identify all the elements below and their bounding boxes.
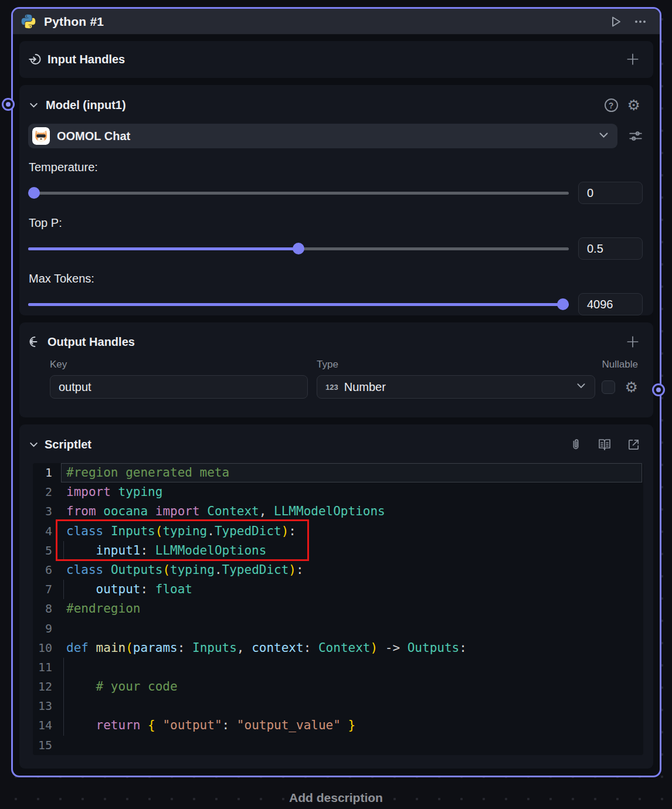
model-help-button[interactable]: ?	[603, 97, 619, 113]
output-type-label: Number	[344, 380, 570, 394]
line-number: 10	[33, 638, 61, 658]
code-editor[interactable]: 1#region generated meta2import typing3fr…	[33, 463, 643, 755]
param-label: Top P:	[29, 216, 643, 230]
line-number: 9	[33, 619, 61, 638]
python-node-card[interactable]: Python #1	[11, 7, 661, 777]
node-output-port[interactable]	[654, 385, 663, 395]
param-value-box[interactable]: 4096	[578, 293, 643, 315]
line-number: 11	[33, 658, 61, 677]
code-line[interactable]: 13	[33, 696, 643, 716]
node-input-port[interactable]	[4, 100, 13, 109]
code-line[interactable]: 9	[33, 619, 643, 638]
code-line[interactable]: 3from oocana import Context, LLMModelOpt…	[33, 502, 643, 521]
model-section: Model (input1) ? ⚙	[19, 85, 653, 315]
param-value-box[interactable]: 0.5	[578, 237, 643, 260]
param-slider[interactable]	[28, 298, 569, 310]
more-options-button[interactable]	[632, 13, 649, 30]
line-number: 1	[33, 463, 61, 482]
model-settings-button[interactable]: ⚙	[626, 97, 642, 114]
code-lines: 1#region generated meta2import typing3fr…	[33, 463, 643, 755]
nullable-checkbox[interactable]	[602, 380, 615, 394]
paperclip-icon	[569, 438, 582, 451]
flow-canvas[interactable]: Python #1	[0, 0, 672, 809]
plus-icon	[625, 334, 640, 349]
output-key-input[interactable]	[50, 375, 308, 399]
indent-guide	[63, 716, 64, 735]
code-line[interactable]: 15	[33, 736, 643, 755]
book-icon	[598, 437, 612, 451]
chevron-down-icon	[576, 380, 586, 393]
column-header-nullable: Nullable	[595, 359, 639, 370]
param-slider[interactable]	[28, 187, 569, 199]
scriptlet-title: Scriptlet	[45, 438, 91, 451]
input-handles-title: Input Handles	[47, 53, 125, 66]
slider-knob[interactable]	[557, 298, 569, 310]
scriptlet-section: Scriptlet	[19, 424, 653, 769]
model-advanced-options-button[interactable]	[627, 127, 644, 145]
gear-icon: ⚙	[627, 98, 640, 113]
oomol-chat-avatar	[32, 127, 50, 145]
param-label: Temperature:	[29, 161, 643, 174]
line-number: 7	[33, 580, 61, 599]
code-line[interactable]: 12 # your code	[33, 677, 643, 696]
gear-icon: ⚙	[625, 380, 638, 395]
param-slider[interactable]	[28, 243, 569, 254]
output-handle-row: 123 Number ⚙	[50, 375, 639, 399]
param-value-box[interactable]: 0	[578, 182, 643, 204]
ellipsis-icon	[633, 14, 648, 29]
output-handles-section: Output Handles Key Type Nullable	[19, 322, 653, 417]
param-label: Max Tokens:	[29, 272, 643, 285]
open-in-editor-button[interactable]	[626, 437, 642, 453]
number-type-icon: 123	[325, 383, 338, 392]
line-number: 4	[33, 522, 61, 541]
code-line[interactable]: 10def main(params: Inputs, context: Cont…	[33, 638, 643, 658]
column-header-key: Key	[50, 359, 308, 370]
line-number: 8	[33, 599, 61, 618]
chevron-down-icon[interactable]	[29, 100, 39, 110]
indent-guide	[63, 541, 64, 560]
model-select-dropdown[interactable]: OOMOL Chat	[28, 124, 617, 148]
indent-guide	[63, 580, 64, 599]
code-line[interactable]: 4class Inputs(typing.TypedDict):	[33, 522, 643, 541]
docs-button[interactable]	[596, 436, 613, 453]
indent-guide	[63, 658, 64, 677]
code-line[interactable]: 2import typing	[33, 482, 643, 502]
selected-model-label: OOMOL Chat	[57, 130, 591, 143]
indent-guide	[63, 696, 64, 716]
line-number: 6	[33, 560, 61, 580]
node-title: Python #1	[44, 15, 104, 29]
code-line[interactable]: 1#region generated meta	[33, 463, 643, 482]
add-output-handle-button[interactable]	[624, 333, 642, 351]
code-line[interactable]: 8#endregion	[33, 599, 643, 618]
chevron-down-icon	[598, 130, 609, 143]
run-node-button[interactable]	[607, 13, 624, 30]
output-type-select[interactable]: 123 Number	[317, 375, 595, 399]
external-link-icon	[627, 438, 640, 451]
play-icon	[609, 15, 623, 29]
chevron-down-icon[interactable]	[29, 440, 39, 450]
attach-file-button[interactable]	[568, 437, 583, 452]
code-line[interactable]: 14 return { "output": "output_value" }	[33, 716, 643, 735]
code-line[interactable]: 7 output: float	[33, 580, 643, 599]
line-number: 5	[33, 541, 61, 560]
slider-knob[interactable]	[293, 243, 304, 254]
code-line[interactable]: 5 input1: LLMModelOptions	[33, 541, 643, 560]
plus-icon	[625, 52, 640, 67]
line-number: 2	[33, 482, 61, 502]
python-logo-icon	[21, 13, 36, 29]
slider-knob[interactable]	[28, 187, 40, 199]
line-number: 13	[33, 696, 61, 716]
help-icon: ?	[605, 98, 618, 112]
output-settings-button[interactable]: ⚙	[615, 379, 639, 396]
code-line[interactable]: 11	[33, 658, 643, 677]
add-input-handle-button[interactable]	[624, 50, 642, 68]
sliders-icon	[628, 128, 643, 144]
model-params: Temperature:0Top P:0.5Max Tokens:4096	[19, 161, 653, 315]
model-section-title: Model (input1)	[46, 98, 126, 112]
node-header[interactable]: Python #1	[13, 9, 660, 35]
output-handles-title: Output Handles	[47, 335, 135, 349]
line-number: 15	[33, 736, 61, 755]
column-header-type: Type	[317, 359, 595, 370]
add-description-button[interactable]: Add description	[0, 791, 672, 805]
code-line[interactable]: 6class Outputs(typing.TypedDict):	[33, 560, 643, 580]
